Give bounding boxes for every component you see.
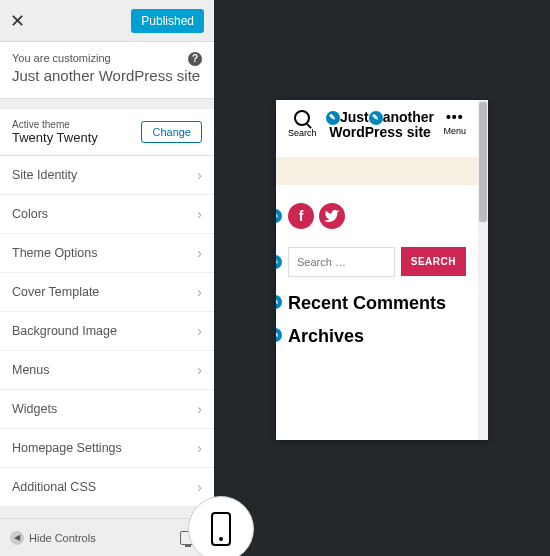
- change-theme-button[interactable]: Change: [141, 121, 202, 143]
- phone-icon: [211, 512, 231, 546]
- archives-heading: ✎ Archives: [276, 324, 478, 357]
- mobile-preview-frame: Search ✎Just✎another WordPress site ••• …: [276, 100, 488, 440]
- chevron-right-icon: ›: [197, 167, 202, 183]
- edit-shortcut-icon[interactable]: ✎: [276, 295, 282, 309]
- section-label: Background Image: [12, 324, 117, 338]
- section-item[interactable]: Widgets›: [0, 390, 214, 429]
- search-widget: ✎ Search … SEARCH: [276, 247, 478, 291]
- active-theme-row: Active theme Twenty Twenty Change: [0, 109, 214, 156]
- site-title[interactable]: ✎Just✎another WordPress site: [317, 110, 444, 141]
- section-item[interactable]: Site Identity›: [0, 156, 214, 195]
- section-item[interactable]: Background Image›: [0, 312, 214, 351]
- chevron-right-icon: ›: [197, 362, 202, 378]
- search-icon: [294, 110, 310, 126]
- section-label: Cover Template: [12, 285, 99, 299]
- search-input[interactable]: Search …: [288, 247, 395, 277]
- edit-shortcut-icon[interactable]: ✎: [276, 328, 282, 342]
- twitter-icon[interactable]: [319, 203, 345, 229]
- section-item[interactable]: Menus›: [0, 351, 214, 390]
- app-root: ✕ Published ? You are customizing Just a…: [0, 0, 550, 556]
- section-label: Theme Options: [12, 246, 97, 260]
- section-label: Widgets: [12, 402, 57, 416]
- section-item[interactable]: Additional CSS›: [0, 468, 214, 507]
- section-item[interactable]: Theme Options›: [0, 234, 214, 273]
- social-links: ✎ f: [276, 203, 478, 247]
- customizing-title: Just another WordPress site: [12, 67, 202, 84]
- sections-list: Site Identity›Colors›Theme Options›Cover…: [0, 156, 214, 507]
- chevron-right-icon: ›: [197, 323, 202, 339]
- scrollbar-thumb[interactable]: [479, 102, 487, 222]
- active-theme-label: Active theme: [12, 119, 98, 130]
- search-button[interactable]: SEARCH: [401, 247, 466, 276]
- menu-dots-icon: •••: [446, 110, 464, 124]
- close-icon[interactable]: ✕: [10, 10, 25, 32]
- recent-comments-heading: ✎ Recent Comments: [276, 291, 478, 324]
- section-item[interactable]: Homepage Settings›: [0, 429, 214, 468]
- menu-label: Menu: [443, 126, 466, 136]
- section-item[interactable]: Cover Template›: [0, 273, 214, 312]
- content-band: [276, 157, 478, 185]
- edit-shortcut-icon[interactable]: ✎: [369, 111, 383, 125]
- edit-shortcut-icon[interactable]: ✎: [326, 111, 340, 125]
- chevron-right-icon: ›: [197, 245, 202, 261]
- mobile-device-callout[interactable]: [188, 496, 254, 556]
- chevron-right-icon: ›: [197, 479, 202, 495]
- header-menu-toggle[interactable]: ••• Menu: [443, 110, 466, 136]
- sidebar-footer: ◀ Hide Controls: [0, 518, 214, 556]
- header-search-toggle[interactable]: Search: [288, 110, 317, 138]
- edit-shortcut-icon[interactable]: ✎: [276, 255, 282, 269]
- hide-controls-button[interactable]: ◀ Hide Controls: [10, 531, 172, 545]
- section-item[interactable]: Colors›: [0, 195, 214, 234]
- active-theme-name: Twenty Twenty: [12, 130, 98, 145]
- customizer-sidebar: ✕ Published ? You are customizing Just a…: [0, 0, 214, 556]
- sidebar-topbar: ✕ Published: [0, 0, 214, 42]
- publish-button[interactable]: Published: [131, 9, 204, 33]
- chevron-right-icon: ›: [197, 401, 202, 417]
- search-label: Search: [288, 128, 317, 138]
- collapse-arrow-icon: ◀: [10, 531, 24, 545]
- section-label: Colors: [12, 207, 48, 221]
- chevron-right-icon: ›: [197, 284, 202, 300]
- site-header: Search ✎Just✎another WordPress site ••• …: [276, 100, 478, 151]
- help-icon[interactable]: ?: [188, 52, 202, 66]
- customizing-header: ? You are customizing Just another WordP…: [0, 42, 214, 99]
- section-label: Menus: [12, 363, 50, 377]
- facebook-icon[interactable]: f: [288, 203, 314, 229]
- section-label: Additional CSS: [12, 480, 96, 494]
- chevron-right-icon: ›: [197, 206, 202, 222]
- chevron-right-icon: ›: [197, 440, 202, 456]
- hide-controls-label: Hide Controls: [29, 532, 96, 544]
- customizing-subtitle: You are customizing: [12, 52, 202, 64]
- scrollbar-track[interactable]: [478, 100, 488, 440]
- section-label: Site Identity: [12, 168, 77, 182]
- section-label: Homepage Settings: [12, 441, 122, 455]
- preview-pane: Search ✎Just✎another WordPress site ••• …: [214, 0, 550, 556]
- edit-shortcut-icon[interactable]: ✎: [276, 209, 282, 223]
